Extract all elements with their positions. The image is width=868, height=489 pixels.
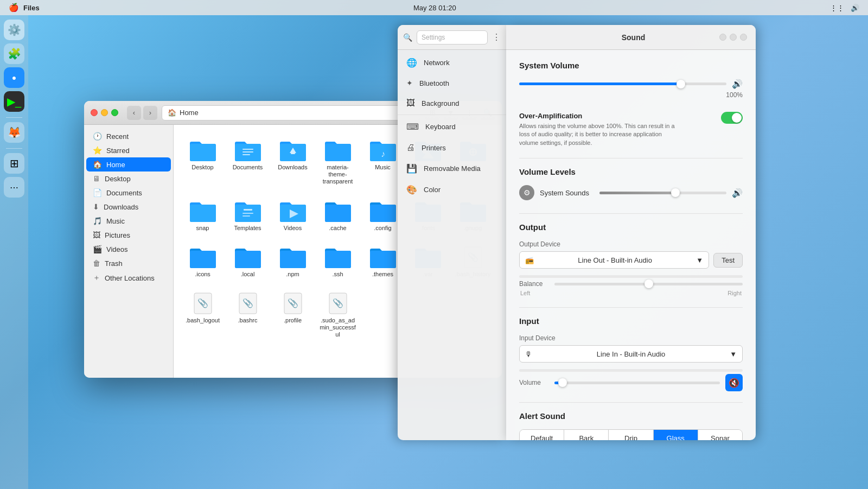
file-item-cache[interactable]: .cache — [317, 194, 358, 236]
file-item-bashrc[interactable]: 📎 .bashrc — [227, 287, 268, 343]
file-item-config[interactable]: .config — [362, 194, 403, 236]
sound-titlebar: Sound — [506, 25, 756, 50]
file-item-downloads[interactable]: Downloads — [272, 134, 313, 190]
background-icon: 🖼 — [406, 98, 415, 108]
output-section: Output Output Device 📻 Line Out - Built-… — [519, 223, 743, 296]
sidebar-item-music[interactable]: 🎵 Music — [86, 214, 171, 228]
system-sounds-fill — [599, 192, 675, 194]
settings-item-network[interactable]: 🌐 Network — [398, 52, 506, 73]
balance-ends: Left Right — [519, 290, 743, 296]
file-item-ssh[interactable]: .ssh — [317, 240, 358, 282]
settings-search-bar[interactable]: Settings — [417, 30, 488, 45]
output-device-name: Line Out - Built-in Audio — [578, 256, 652, 264]
folder-icon-videos — [279, 199, 307, 223]
balance-left-label: Left — [520, 290, 530, 296]
file-item-snap[interactable]: snap — [182, 194, 223, 236]
system-sounds-thumb[interactable] — [671, 188, 680, 197]
close-button[interactable] — [91, 109, 98, 116]
file-item-npm[interactable]: .npm — [272, 240, 313, 282]
sound-max-btn[interactable] — [740, 34, 747, 41]
alert-btn-drip[interactable]: Drip — [609, 430, 653, 440]
output-device-select[interactable]: 📻 Line Out - Built-in Audio ▼ — [519, 251, 709, 269]
input-device-chevron: ▼ — [730, 350, 737, 358]
more-dock-icon[interactable]: ⋯ — [4, 177, 24, 198]
file-item-documents[interactable]: Documents — [227, 134, 268, 190]
settings-label-keyboard: Keyboard — [425, 123, 456, 131]
alert-btn-default[interactable]: Default — [520, 430, 564, 440]
alert-btn-glass[interactable]: Glass — [654, 430, 698, 440]
file-name-documents: Documents — [233, 164, 263, 171]
window-controls — [91, 109, 118, 116]
sidebar-item-starred[interactable]: ⭐ Starred — [86, 143, 171, 157]
file-item-templates[interactable]: Templates — [227, 194, 268, 236]
sidebar-item-other-locations[interactable]: ＋ Other Locations — [86, 270, 171, 285]
sidebar-item-pictures[interactable]: 🖼 Pictures — [86, 228, 171, 242]
settings-item-removable-media[interactable]: 💾 Removable Media — [398, 158, 506, 179]
settings-menu-icon[interactable]: ⋮ — [492, 32, 501, 42]
test-button[interactable]: Test — [713, 253, 743, 268]
alert-btn-bark[interactable]: Bark — [564, 430, 609, 440]
sidebar-item-downloads[interactable]: ⬇ Downloads — [86, 200, 171, 214]
sidebar-item-recent[interactable]: 🕐 Recent — [86, 129, 171, 143]
settings-item-bluetooth[interactable]: ✦ Bluetooth — [398, 73, 506, 93]
system-sounds-track[interactable] — [599, 192, 726, 194]
desktop-icon: 🖥 — [93, 174, 100, 183]
sidebar-label-pictures: Pictures — [105, 231, 130, 239]
file-item-materia[interactable]: materia-theme-transparent — [317, 134, 358, 190]
file-item-sudo[interactable]: 📎 .sudo_as_admin_successful — [317, 287, 358, 343]
back-button[interactable]: ‹ — [127, 106, 141, 120]
input-volume-track[interactable] — [554, 382, 720, 384]
settings-item-background[interactable]: 🖼 Background — [398, 93, 506, 113]
sidebar-item-documents[interactable]: 📄 Documents — [86, 186, 171, 200]
music-icon: 🎵 — [93, 217, 102, 225]
puzzle-dock-icon[interactable]: 🧩 — [4, 43, 24, 64]
file-name-bash-logout: .bash_logout — [186, 317, 220, 324]
system-prefs-dock-icon[interactable]: ⚙️ — [4, 20, 24, 40]
maximize-button[interactable] — [111, 109, 118, 116]
file-name-icons: .icons — [195, 271, 210, 278]
sidebar-label-home: Home — [106, 161, 125, 169]
file-item-videos[interactable]: Videos — [272, 194, 313, 236]
sound-min-btn[interactable] — [730, 34, 737, 41]
input-device-select[interactable]: 🎙 Line In - Built-in Audio ▼ — [519, 345, 743, 363]
sidebar-item-home[interactable]: 🏠 Home — [86, 157, 171, 172]
balance-thumb[interactable] — [644, 280, 653, 288]
balance-row: Balance — [519, 280, 743, 288]
minimize-button[interactable] — [101, 109, 108, 116]
balance-right-label: Right — [727, 290, 742, 296]
file-item-local[interactable]: .local — [227, 240, 268, 282]
divider-2 — [519, 213, 743, 214]
file-item-desktop[interactable]: Desktop — [182, 134, 223, 190]
blue-circle-dock-icon[interactable]: ● — [4, 67, 24, 88]
file-item-bash-logout[interactable]: 📎 .bash_logout — [182, 287, 223, 343]
forward-button[interactable]: › — [143, 106, 157, 120]
sidebar-item-trash[interactable]: 🗑 Trash — [86, 256, 171, 270]
grid-dock-icon[interactable]: ⊞ — [4, 153, 24, 174]
sidebar-item-videos[interactable]: 🎬 Videos — [86, 242, 171, 256]
removable-media-icon: 💾 — [406, 163, 417, 174]
system-volume-thumb[interactable] — [676, 80, 685, 88]
path-bar[interactable]: 🏠 Home — [162, 105, 420, 120]
over-amp-toggle[interactable] — [721, 112, 743, 124]
balance-track[interactable] — [554, 283, 743, 285]
file-item-music[interactable]: ♪ Music — [362, 134, 403, 190]
system-volume-track[interactable] — [519, 82, 726, 85]
sound-panel-title: Sound — [622, 33, 646, 42]
file-item-profile[interactable]: 📎 .profile — [272, 287, 313, 343]
file-item-icons[interactable]: .icons — [182, 240, 223, 282]
mute-button[interactable]: 🔇 — [725, 374, 743, 391]
settings-item-color[interactable]: 🎨 Color — [398, 179, 506, 200]
input-volume-thumb[interactable] — [558, 378, 567, 387]
volume-status-icon[interactable]: 🔊 — [851, 4, 859, 12]
file-item-themes[interactable]: .themes — [362, 240, 403, 282]
divider-3 — [519, 307, 743, 308]
apple-icon[interactable]: 🍎 — [9, 3, 19, 12]
sound-close-btn[interactable] — [719, 34, 726, 41]
file-name-config: .config — [374, 225, 391, 232]
settings-item-keyboard[interactable]: ⌨ Keyboard — [398, 116, 506, 137]
settings-item-printers[interactable]: 🖨 Printers — [398, 137, 506, 158]
alert-btn-sonar[interactable]: Sonar — [698, 430, 742, 440]
sidebar-item-desktop[interactable]: 🖥 Desktop — [86, 172, 171, 186]
terminal-dock-icon[interactable]: ▶_ — [4, 91, 24, 112]
firefox-dock-icon[interactable]: 🦊 — [4, 122, 24, 143]
